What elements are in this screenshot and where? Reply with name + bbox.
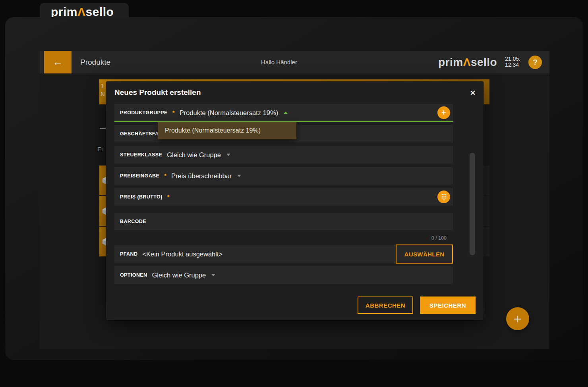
clipped-section-label: Ei (97, 146, 106, 152)
date-label: 21.05. (505, 56, 520, 62)
field-label: STEUERKLASSE (120, 152, 162, 158)
chevron-down-icon (226, 154, 230, 156)
time-label: 12:34 (505, 62, 520, 68)
field-preis-brutto[interactable]: PREIS (BRUTTO) * (114, 188, 453, 206)
chevron-up-icon (284, 112, 288, 114)
clipped-row-text: 1 N (101, 82, 106, 98)
field-barcode[interactable]: BARCODE (114, 213, 453, 230)
field-label: PRODUKTGRUPPE (120, 110, 168, 116)
field-value: Preis überschreibbar (171, 172, 232, 180)
field-label: PFAND (120, 251, 137, 257)
select-deposit-button[interactable]: AUSWÄHLEN (396, 245, 453, 264)
field-value: Gleich wie Gruppe (152, 271, 206, 279)
field-label: PREIS (BRUTTO) (120, 194, 162, 200)
cancel-button[interactable]: ABBRECHEN (358, 297, 413, 314)
close-icon[interactable]: ✕ (468, 88, 478, 98)
dropdown-option[interactable]: Produkte (Normalsteuersatz 19%) (158, 122, 296, 139)
field-steuerklasse[interactable]: STEUERKLASSE Gleich wie Gruppe (114, 146, 453, 164)
help-button[interactable]: ? (528, 56, 542, 69)
page-title: Produkte (80, 51, 110, 73)
field-value: Gleich wie Gruppe (167, 151, 221, 159)
user-greeting: Hallo Händler (261, 51, 297, 73)
field-produktgruppe[interactable]: PRODUKTGRUPPE * Produkte (Normalsteuersa… (114, 104, 453, 121)
modal-title: Neues Produkt erstellen (114, 88, 201, 97)
required-asterisk: * (167, 193, 170, 200)
field-optionen[interactable]: OPTIONEN Gleich wie Gruppe (114, 266, 453, 284)
plus-icon: + (514, 311, 522, 327)
add-product-group-button[interactable]: + (437, 106, 450, 119)
modal-scrollbar[interactable] (470, 153, 475, 255)
field-preiseingabe[interactable]: PREISEINGABE * Preis überschreibbar (114, 167, 453, 185)
chevron-down-icon (237, 175, 241, 177)
numpad-button[interactable] (437, 191, 450, 203)
plus-icon: + (441, 108, 447, 118)
logo-triangle-mark: Λ (77, 5, 86, 18)
add-product-fab[interactable]: + (506, 307, 529, 330)
primasello-logo: primΛsello (51, 5, 114, 19)
save-button[interactable]: SPEICHERN (420, 297, 476, 314)
chevron-down-icon (211, 274, 215, 276)
create-product-modal: Neues Produkt erstellen ✕ PRODUKTGRUPPE … (106, 81, 484, 320)
header-brand-logo: primΛsello (438, 51, 497, 73)
section-divider (100, 128, 106, 129)
required-asterisk: * (172, 109, 175, 116)
field-label: BARCODE (120, 219, 146, 224)
option-label: Produkte (Normalsteuersatz 19%) (165, 127, 261, 134)
logo-triangle-mark: Λ (463, 56, 471, 68)
field-pfand[interactable]: PFAND <Kein Produkt ausgewählt> AUSWÄHLE… (114, 245, 453, 263)
field-label: PREISEINGABE (120, 173, 159, 179)
barcode-char-counter: 0 / 100 (431, 235, 447, 241)
numpad-icon (441, 193, 447, 201)
datetime-display: 21.05. 12:34 (505, 56, 520, 68)
back-button[interactable]: ← (44, 51, 72, 73)
question-mark-icon: ? (533, 58, 538, 67)
back-arrow-icon: ← (53, 56, 63, 68)
header-bar: ← Produkte Hallo Händler primΛsello 21.0… (40, 51, 549, 73)
field-value: Produkte (Normalsteuersatz 19%) (180, 109, 279, 117)
field-label: OPTIONEN (120, 272, 147, 278)
field-value: <Kein Produkt ausgewählt> (142, 250, 222, 258)
required-asterisk: * (164, 172, 166, 179)
